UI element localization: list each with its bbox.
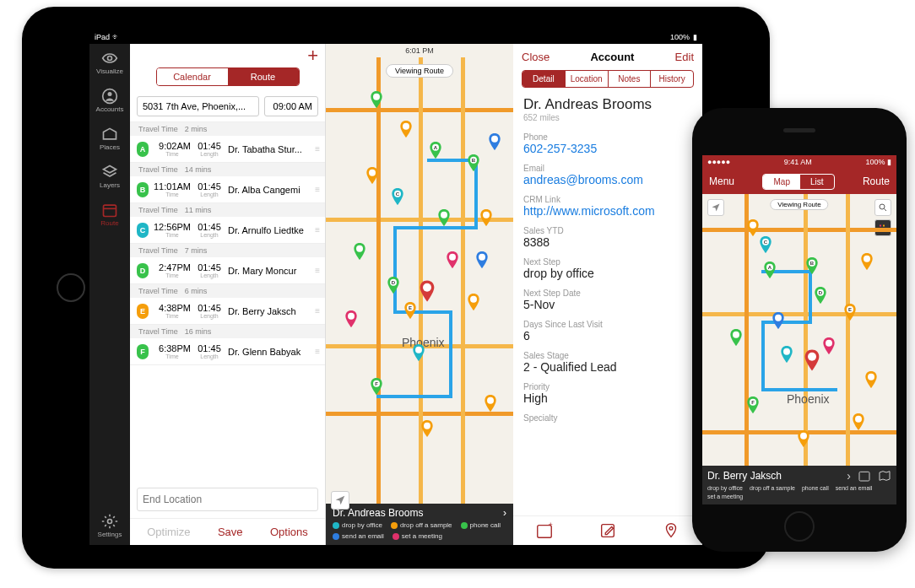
viewing-route-chip[interactable]: Viewing Route — [770, 199, 828, 210]
locate-me-button[interactable] — [331, 491, 349, 510]
map-pin-icon[interactable] — [484, 395, 497, 412]
sidebar-item-layers[interactable]: Layers — [89, 158, 130, 196]
map-pin-icon[interactable]: E — [403, 302, 417, 319]
tab-route[interactable]: Route — [228, 68, 299, 85]
drag-handle-icon[interactable]: ≡ — [315, 185, 318, 194]
map-pin-icon[interactable]: F — [370, 378, 383, 395]
travel-time-row: Travel Time2 mins — [130, 122, 325, 136]
route-stop-row[interactable]: E4:38PMTime01:45LengthDr. Berry Jaksch≡ — [130, 298, 325, 325]
map-pin-icon[interactable] — [467, 294, 480, 310]
map-pin-icon[interactable]: C — [391, 188, 404, 205]
field-value[interactable]: andreas@brooms.com — [523, 173, 692, 186]
optimize-button[interactable]: Optimize — [147, 526, 190, 538]
map-pin-icon[interactable]: B — [805, 257, 819, 274]
tab-map[interactable]: Map — [763, 175, 799, 189]
close-button[interactable]: Close — [522, 51, 550, 63]
add-to-calendar-icon[interactable] — [858, 469, 871, 483]
locate-me-button[interactable] — [707, 199, 724, 216]
iphone-map-canvas[interactable]: Viewing Route Phoenix ABCDEF — [702, 194, 896, 466]
sidebar-item-accounts[interactable]: Accounts — [89, 82, 130, 120]
map-pin-icon[interactable] — [420, 420, 434, 437]
map-pin-icon[interactable]: D — [387, 277, 400, 294]
map-canvas[interactable]: Phoenix ABCDEF — [326, 57, 513, 504]
locate-account-icon[interactable] — [662, 521, 680, 540]
map-fold-icon[interactable] — [878, 469, 891, 483]
map-pin-icon[interactable] — [860, 253, 874, 270]
start-time-input[interactable] — [264, 96, 318, 116]
map-pin-icon[interactable]: A — [763, 262, 777, 278]
selected-pin-icon[interactable] — [804, 349, 820, 371]
sidebar-item-visualize[interactable]: Visualize — [89, 44, 130, 82]
map-pin-icon[interactable]: E — [843, 304, 857, 321]
map-pin-icon[interactable] — [412, 344, 425, 361]
field-value[interactable]: http://www.microsoft.com — [523, 204, 692, 218]
map-pin-icon[interactable] — [365, 167, 379, 184]
chevron-right-icon[interactable]: › — [847, 469, 851, 483]
menu-button[interactable]: Menu — [709, 175, 734, 187]
add-stop-button[interactable]: + — [307, 49, 318, 64]
iphone-home-button[interactable] — [784, 511, 815, 542]
map-pin-icon[interactable] — [370, 91, 383, 108]
map-pin-icon[interactable] — [746, 219, 760, 236]
account-tabs[interactable]: Detail Location Notes History — [522, 70, 694, 88]
map-pin-icon[interactable] — [344, 310, 358, 327]
route-stop-row[interactable]: C12:56PMTime01:45LengthDr. Arnulfo Liedt… — [130, 217, 325, 244]
start-address-input[interactable] — [137, 96, 259, 116]
search-button[interactable] — [874, 199, 891, 216]
map-pin-icon[interactable] — [399, 121, 413, 138]
map-pin-icon[interactable] — [437, 209, 451, 226]
chevron-right-icon[interactable]: › — [503, 507, 506, 519]
map-pin-icon[interactable]: D — [814, 287, 827, 304]
map-pin-icon[interactable] — [864, 371, 878, 388]
edit-button[interactable]: Edit — [675, 51, 694, 63]
sidebar-item-route[interactable]: Route — [89, 196, 130, 234]
map-pin-icon[interactable] — [797, 430, 810, 447]
route-stop-row[interactable]: D2:47PMTime01:45LengthDr. Mary Moncur≡ — [130, 257, 325, 284]
end-location-input[interactable] — [137, 488, 318, 511]
map-pin-icon[interactable]: B — [467, 154, 480, 171]
sidebar-item-settings[interactable]: Settings — [89, 507, 130, 545]
drag-handle-icon[interactable]: ≡ — [315, 306, 318, 316]
stop-length: 01:45Length — [196, 343, 223, 359]
map-pin-icon[interactable] — [353, 243, 366, 260]
tab-detail[interactable]: Detail — [522, 71, 566, 87]
route-stop-row[interactable]: F6:38PMTime01:45LengthDr. Glenn Babyak≡ — [130, 338, 325, 365]
add-to-calendar-icon[interactable]: + — [535, 521, 554, 540]
map-pin-icon[interactable] — [479, 209, 493, 226]
route-stop-row[interactable]: B11:01AMTime01:45LengthDr. Alba Cangemi≡ — [130, 176, 325, 203]
map-pin-icon[interactable]: A — [429, 142, 442, 159]
selected-pin-icon[interactable] — [419, 280, 436, 302]
drag-handle-icon[interactable]: ≡ — [315, 144, 318, 154]
ipad-home-button[interactable] — [57, 273, 85, 302]
route-button[interactable]: Route — [863, 175, 890, 187]
map-pin-icon[interactable] — [488, 133, 501, 150]
tab-notes[interactable]: Notes — [609, 71, 652, 87]
calendar-route-segmented[interactable]: Calendar Route — [156, 67, 300, 86]
map-pin-icon[interactable] — [446, 251, 459, 268]
drag-handle-icon[interactable]: ≡ — [315, 266, 318, 275]
route-stop-row[interactable]: A9:02AMTime01:45LengthDr. Tabatha Stur..… — [130, 136, 325, 163]
battery-icon: ▮ — [693, 33, 697, 41]
sidebar-item-places[interactable]: Places — [89, 120, 130, 158]
map-pin-icon[interactable]: C — [759, 236, 772, 253]
field-value[interactable]: 602-257-3235 — [523, 142, 692, 155]
map-pin-icon[interactable] — [780, 346, 793, 363]
tab-location[interactable]: Location — [566, 71, 609, 87]
map-pin-icon[interactable] — [852, 413, 865, 430]
selected-account-name[interactable]: Dr. Berry Jaksch — [707, 470, 782, 482]
tab-calendar[interactable]: Calendar — [157, 68, 228, 85]
save-button[interactable]: Save — [218, 526, 243, 538]
map-pin-icon[interactable] — [772, 312, 785, 329]
map-pin-icon[interactable] — [822, 337, 836, 354]
drag-handle-icon[interactable]: ≡ — [315, 347, 318, 356]
tab-list[interactable]: List — [800, 175, 834, 189]
options-button[interactable]: Options — [270, 526, 308, 538]
compose-note-icon[interactable] — [598, 521, 617, 540]
map-pin-icon[interactable] — [475, 251, 489, 268]
map-pin-icon[interactable]: F — [746, 396, 760, 413]
map-list-segmented[interactable]: Map List — [762, 174, 834, 190]
drag-handle-icon[interactable]: ≡ — [315, 225, 318, 235]
map-pin-icon[interactable] — [729, 329, 743, 346]
viewing-route-chip[interactable]: Viewing Route — [386, 64, 453, 78]
tab-history[interactable]: History — [651, 71, 693, 87]
